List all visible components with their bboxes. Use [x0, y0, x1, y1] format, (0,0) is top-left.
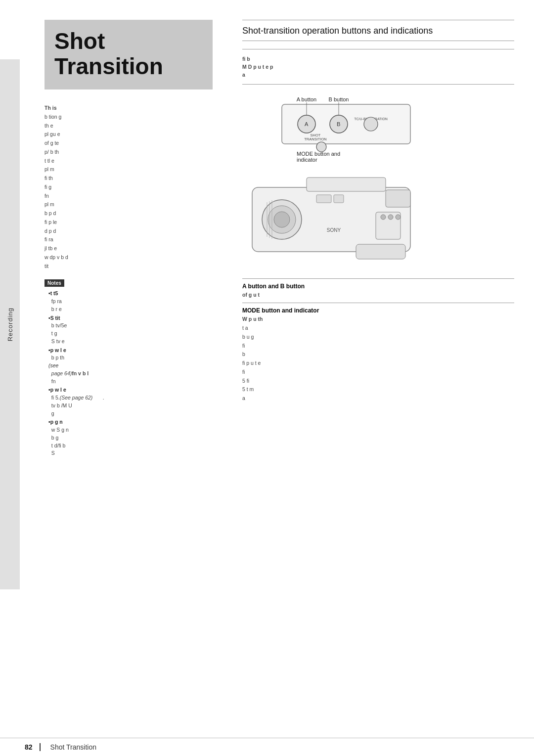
svg-rect-29: [316, 195, 331, 203]
mode-desc-6: fi p u t e: [242, 359, 514, 367]
notes-label: Notes: [44, 279, 64, 287]
svg-text:B: B: [337, 121, 340, 127]
body-line-4: pl gu e: [44, 131, 213, 138]
svg-rect-24: [307, 178, 386, 191]
body-line-12: pl m: [44, 201, 213, 209]
page-title: Shot Transition: [54, 29, 203, 79]
body-line-18: w dp v b d: [44, 254, 213, 262]
body-line-10: fi g: [44, 183, 213, 191]
mode-desc-5: b: [242, 351, 514, 358]
body-line-14: fi p le: [44, 219, 213, 226]
mode-desc-1: W p u th: [242, 315, 514, 323]
svg-rect-23: [356, 244, 405, 259]
mode-desc-4: fi: [242, 342, 514, 350]
body-intro: Th is b tion g th e pl gu e of g te p/ b…: [44, 104, 213, 270]
svg-text:A button: A button: [297, 96, 316, 102]
button-panel-diagram: A B SHOT TRANSITION TC/U-BIT/DURATION: [252, 89, 514, 163]
svg-text:A: A: [305, 121, 309, 127]
svg-point-21: [388, 215, 393, 220]
body-line-17: jl tb e: [44, 245, 213, 253]
panel-svg: A B SHOT TRANSITION TC/U-BIT/DURATION: [252, 89, 430, 159]
ab-button-section: A button and B button of g u t: [242, 278, 514, 299]
footer: 82 Shot Transition: [0, 738, 534, 756]
page: Recording Shot Transition Th is b tion g…: [0, 0, 534, 756]
body-line-6: p/ b th: [44, 148, 213, 156]
right-column: Shot-transition operation buttons and in…: [227, 0, 534, 738]
body-line-8: pl m: [44, 166, 213, 174]
body-line-11: fn: [44, 192, 213, 200]
camera-svg: SONY: [242, 168, 430, 267]
svg-rect-18: [386, 190, 410, 207]
camera-diagram: SONY: [242, 168, 514, 268]
body-line-5: of g te: [44, 139, 213, 147]
mode-desc-2: t a: [242, 324, 514, 332]
svg-point-22: [396, 215, 400, 220]
body-line-1: Th is: [44, 104, 213, 112]
ab-button-desc: of g u t: [242, 291, 514, 299]
body-line-16: fi ra: [44, 236, 213, 244]
svg-point-8: [364, 117, 378, 131]
left-column: Shot Transition Th is b tion g th e pl g…: [20, 0, 227, 738]
mode-desc-3: b u g: [242, 333, 514, 341]
svg-text:SONY: SONY: [327, 227, 341, 233]
sub-rule: [242, 84, 514, 85]
svg-point-17: [274, 212, 290, 227]
content-area: Recording Shot Transition Th is b tion g…: [0, 0, 534, 738]
section-rule-top: [242, 20, 514, 20]
see-ref-1: (see: [48, 362, 58, 370]
svg-text:B button: B button: [329, 96, 349, 102]
notes-section: Notes •t t5 fp ra b r e •S tit b tv/5e t…: [44, 278, 213, 457]
sidebar-label: Recording: [6, 308, 14, 341]
page-number: 82: [25, 743, 41, 751]
note-4: •p w l e fi 5.(See page 62) . tv b /M U …: [44, 386, 213, 417]
ab-button-title: A button and B button: [242, 283, 514, 290]
main-content: Shot Transition Th is b tion g th e pl g…: [20, 0, 534, 738]
sub-section-header: fi b M D p u t e p a: [242, 55, 514, 79]
note-3: •p w l e b p th (see page 64)fn v b l fn: [44, 347, 213, 386]
mode-button-title: MODE button and indicator: [242, 307, 514, 314]
note-2: •S tit b tv/5e t g S tv e: [44, 314, 213, 346]
section-rule-bottom: [242, 49, 514, 49]
svg-point-20: [381, 215, 386, 220]
body-line-15: d p d: [44, 227, 213, 235]
body-line-9: fi th: [44, 175, 213, 182]
body-line-3: th e: [44, 122, 213, 130]
title-block: Shot Transition: [44, 20, 213, 89]
mode-desc-8: 5 fi: [242, 377, 514, 385]
footer-title: Shot Transition: [50, 743, 96, 751]
mode-desc-9: 5 t m: [242, 386, 514, 394]
svg-text:TRANSITION: TRANSITION: [304, 137, 326, 141]
mode-desc-10: a: [242, 395, 514, 402]
body-line-2: b tion g: [44, 113, 213, 121]
section-title: Shot-transition operation buttons and in…: [242, 25, 514, 41]
note-1: •t t5 fp ra b r e: [44, 290, 213, 313]
note-5: •p g n w S g n b g t d/fi b S: [44, 418, 213, 457]
svg-rect-30: [334, 195, 344, 203]
sidebar: Recording: [0, 59, 20, 589]
body-line-19: tit: [44, 263, 213, 270]
svg-point-9: [316, 142, 326, 152]
body-line-13: b p d: [44, 210, 213, 218]
mode-button-section: MODE button and indicator W p u th t a b…: [242, 303, 514, 402]
body-line-7: t tl e: [44, 157, 213, 165]
mode-desc-7: fi: [242, 368, 514, 376]
